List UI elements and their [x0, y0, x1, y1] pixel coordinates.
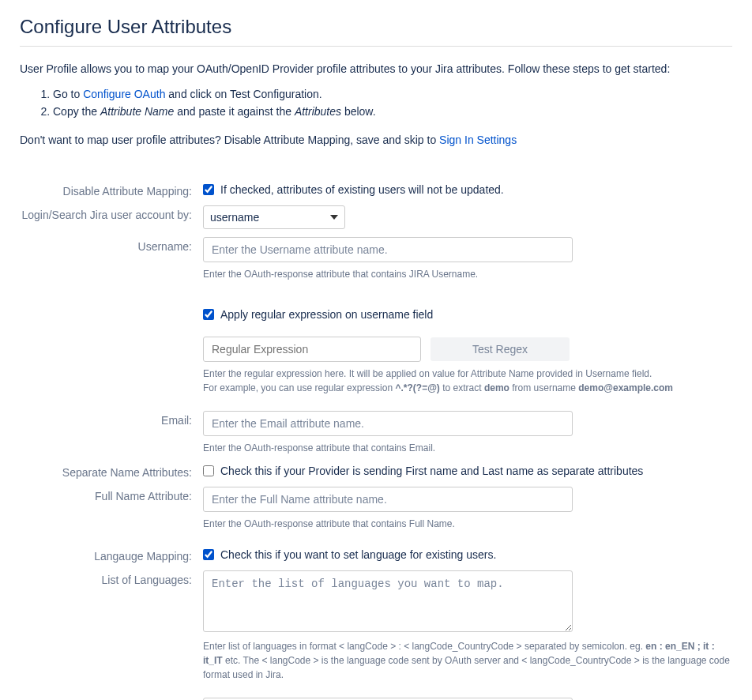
lang-list-hint-a: Enter list of languages in format < lang… — [203, 641, 645, 652]
lang-list-label: List of Languages: — [20, 569, 203, 586]
email-hint: Enter the OAuth-response attribute that … — [203, 441, 732, 455]
separate-names-checkbox[interactable] — [203, 465, 214, 476]
lang-mapping-label: Langauge Mapping: — [20, 545, 203, 563]
regex-hint: Enter the regular expression here. It wi… — [203, 367, 732, 395]
regex-hint-b2: demo — [484, 382, 509, 393]
regex-hint-b1: ^.*?(?=@) — [395, 382, 439, 393]
username-label: Username: — [20, 235, 203, 253]
step-1-prefix: Go to — [53, 88, 83, 100]
fullname-label: Full Name Attribute: — [20, 485, 203, 502]
regex-input[interactable] — [203, 337, 421, 362]
lang-mapping-text: Check this if you want to set language f… — [220, 548, 496, 561]
fullname-input[interactable] — [203, 487, 573, 512]
sign-in-settings-link[interactable]: Sign In Settings — [439, 134, 517, 146]
intro-text: User Profile allows you to map your OAut… — [20, 61, 732, 77]
disable-mapping-checkbox[interactable] — [203, 184, 214, 195]
regex-hint-line2a: For example, you can use regular express… — [203, 382, 395, 393]
step-2-mid: and paste it against the — [174, 105, 295, 118]
skip-prefix: Don't want to map user profile attribute… — [20, 134, 439, 146]
separate-names-text: Check this if your Provider is sending F… — [220, 465, 643, 477]
regex-hint-line2c: from username — [509, 382, 578, 393]
login-by-select[interactable]: username — [203, 205, 345, 229]
apply-regex-text: Apply regular expression on username fie… — [220, 308, 433, 321]
lang-list-hint: Enter list of languages in format < lang… — [203, 639, 732, 682]
regex-hint-line2b: to extract — [440, 382, 484, 393]
skip-line: Don't want to map user profile attribute… — [20, 132, 732, 149]
step-2-suffix: below. — [341, 105, 376, 118]
email-input[interactable] — [203, 411, 573, 436]
lang-list-hint-b: etc. The < langCode > is the language co… — [203, 655, 730, 680]
username-input[interactable] — [203, 237, 573, 262]
login-by-label: Login/Search Jira user account by: — [20, 204, 203, 221]
lang-list-textarea[interactable] — [203, 570, 573, 632]
step-2: Copy the Attribute Name and paste it aga… — [53, 103, 732, 120]
lang-mapping-checkbox[interactable] — [203, 549, 214, 560]
email-label: Email: — [20, 409, 203, 427]
step-1-suffix: and click on Test Configuration. — [165, 88, 321, 100]
regex-hint-line1: Enter the regular expression here. It wi… — [203, 368, 652, 379]
attribute-name-italic: Attribute Name — [100, 105, 174, 118]
steps-list: Go to Configure OAuth and click on Test … — [53, 85, 732, 121]
apply-regex-checkbox[interactable] — [203, 309, 214, 320]
disable-mapping-text: If checked, attributes of existing users… — [220, 183, 504, 196]
step-1: Go to Configure OAuth and click on Test … — [53, 85, 732, 103]
test-regex-button[interactable]: Test Regex — [431, 337, 570, 361]
separate-names-label: Separate Name Attributes: — [20, 461, 203, 479]
fullname-hint: Enter the OAuth-response attribute that … — [203, 517, 732, 531]
username-hint: Enter the OAuth-response attribute that … — [203, 267, 732, 281]
language-label: Language: — [20, 696, 203, 700]
configure-oauth-link[interactable]: Configure OAuth — [83, 88, 165, 100]
disable-mapping-label: Disable Attribute Mapping: — [20, 180, 203, 198]
attributes-italic: Attributes — [295, 105, 341, 118]
page-title: Configure User Attributes — [20, 16, 732, 47]
regex-hint-b3: demo@example.com — [578, 382, 673, 393]
step-2-prefix: Copy the — [53, 105, 100, 118]
